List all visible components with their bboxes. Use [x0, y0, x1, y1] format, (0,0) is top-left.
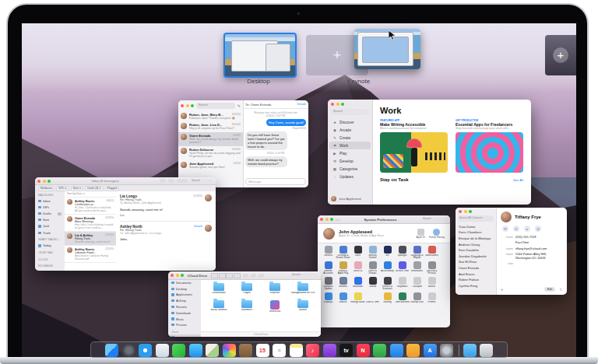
dock-app[interactable]	[105, 344, 118, 357]
search-input[interactable]: Search	[331, 109, 369, 115]
preference-pane[interactable]: Bluetooth	[350, 277, 365, 291]
traffic-lights[interactable]	[456, 208, 496, 215]
filter-button[interactable]: Sent ∨	[71, 186, 83, 191]
mailbox-item[interactable]: Sent	[35, 217, 65, 223]
preference-pane[interactable]: Displays	[321, 292, 336, 306]
filter-button[interactable]: Flagged	[105, 186, 119, 191]
folder-item[interactable]: GarageBand for iOS	[289, 283, 317, 298]
contact-row[interactable]: Ariel Evans	[456, 271, 496, 277]
folder-item[interactable]: Shortcuts	[261, 300, 289, 317]
contact-action-button[interactable]: ✆	[513, 226, 519, 232]
dock-app[interactable]: 15	[256, 344, 269, 357]
finder-sidebar-item[interactable]: AirDrop	[168, 298, 201, 304]
tags-icon[interactable]	[259, 274, 264, 278]
mail-list-row[interactable]: Owen Estrada 5/19/20 More Meetings Hey J…	[65, 215, 116, 232]
apple-id-pane[interactable]: Apple ID	[416, 229, 425, 239]
featured-card[interactable]: GET PRODUCTIVE Essential Apps for Freela…	[456, 119, 523, 173]
mailbox-item[interactable]: Inbox	[35, 198, 65, 204]
conversation-row[interactable]: Owen Estrada 6/3/20 Well, we could alway…	[178, 132, 243, 146]
add-contact-button[interactable]: +	[501, 287, 504, 292]
sidebar-item[interactable]: ↓ Updates	[329, 173, 371, 180]
contact-row[interactable]: Cynthia Feng	[456, 282, 496, 289]
preference-pane[interactable]: Mission Control	[365, 246, 380, 260]
preference-pane[interactable]: Touch ID	[350, 261, 365, 275]
traffic-lights[interactable]	[181, 104, 194, 107]
details-link[interactable]: Details	[194, 225, 202, 229]
conversation-row[interactable]: Ruben Delacruz 5/18/20 Yeah Philip, let …	[178, 146, 243, 160]
see-all-link[interactable]: See All	[513, 178, 523, 182]
preference-pane[interactable]: Trackpad	[410, 277, 424, 291]
mail-list-row[interactable]: Lia & Ashley 5/19/20 Hiking Trails Sound…	[65, 232, 116, 246]
space-thumbnail-desktop[interactable]	[223, 33, 297, 78]
dock-app[interactable]	[440, 344, 453, 357]
imessage-input[interactable]: iMessage	[245, 178, 306, 185]
preference-pane[interactable]: Sound	[365, 277, 380, 291]
reply-icons[interactable]	[177, 179, 188, 183]
folder-item[interactable]: iMovie	[289, 300, 317, 317]
dock-app[interactable]	[390, 344, 403, 357]
search-input[interactable]: Search All Contacts	[458, 215, 494, 222]
finder-sidebar-item[interactable]: Applications	[168, 292, 201, 298]
conversation-row[interactable]: Ruben, Jane, Mary B... 3/20/20 Fabulous …	[178, 111, 243, 121]
get-mail-icon[interactable]	[160, 179, 166, 183]
dock-app[interactable]	[239, 344, 252, 357]
dock-app[interactable]: ≡	[273, 344, 286, 357]
preference-pane[interactable]: Sharing	[380, 292, 395, 306]
field-value[interactable]: tiffany.frye@icloud.com	[515, 247, 547, 251]
conversation-row[interactable]: Ruben, Jane, Lisa D... 3/20/20 Hey y'all…	[178, 121, 243, 131]
finder-sidebar-item[interactable]: Desktop	[168, 285, 201, 292]
contact-row[interactable]: Andrew Chang	[456, 241, 496, 247]
finder-window[interactable]: iCloud Drive Search Documents Desktop	[168, 271, 321, 337]
details-link[interactable]: Details	[297, 103, 306, 106]
contact-row[interactable]: Kerri Daudelin	[456, 247, 496, 254]
search-input[interactable]: Search	[290, 273, 318, 278]
finder-sidebar-item[interactable]: iCloud	[168, 328, 201, 334]
preference-pane[interactable]: Dock	[350, 246, 365, 260]
sort-header[interactable]: Sort by Date ∨	[65, 191, 116, 198]
preference-pane[interactable]: Date & Time	[365, 292, 380, 306]
field-value[interactable]: 5544 Palmer Alley NW, Washington DC 2063…	[515, 253, 562, 261]
account-button[interactable]: Jane Appleseed	[331, 196, 361, 201]
dock-app[interactable]	[223, 344, 236, 357]
share-icon[interactable]: ⇪	[559, 288, 562, 292]
preference-pane[interactable]: Screen Time	[395, 261, 410, 275]
field-value[interactable]: FaceTime	[515, 241, 529, 245]
search-input[interactable]: Search	[421, 217, 448, 222]
finder-sidebar-item[interactable]: Music	[168, 316, 201, 322]
space-thumbnail-keynote[interactable]	[354, 29, 420, 69]
featured-card[interactable]: FEATURED APP Make Writing Accessible Mee…	[380, 119, 448, 173]
preference-pane[interactable]: Network	[336, 277, 350, 291]
contact-row[interactable]: Sue El-Khan	[456, 259, 496, 265]
preference-pane[interactable]: General	[321, 246, 336, 260]
sidebar-item[interactable]: ▦ Categories	[329, 165, 371, 173]
dock-app[interactable]: tv	[339, 344, 353, 357]
back-forward-buttons[interactable]: ‹ ›	[336, 217, 339, 222]
preference-pane[interactable]: Siri	[380, 246, 395, 260]
contact-row[interactable]: Yuza Damo	[456, 224, 496, 230]
view-controls[interactable]	[211, 273, 241, 278]
dock-app[interactable]	[480, 344, 493, 357]
mailbox-item[interactable]: Today	[35, 243, 65, 249]
finder-sidebar-item[interactable]: Pictures	[168, 322, 201, 328]
sidebar-item[interactable]: ◉ Arcade	[329, 126, 371, 134]
dock-app[interactable]: N	[357, 344, 370, 357]
dock-app[interactable]	[323, 344, 336, 357]
mailbox-item[interactable]: VIPs	[35, 204, 65, 210]
mailbox-item[interactable]: Exchange	[35, 262, 65, 269]
dock-app[interactable]	[156, 344, 169, 357]
mailbox-item[interactable]: On My Mac	[35, 249, 65, 256]
preference-pane[interactable]: Energy Saver	[350, 292, 365, 306]
dock-app[interactable]	[406, 344, 420, 357]
dock-app[interactable]	[290, 344, 303, 357]
search-input[interactable]: Search	[190, 179, 213, 183]
mail-window[interactable]: Inbox (8 messages) Search Mailboxes VIPs…	[35, 177, 216, 271]
finder-sidebar-item[interactable]: iCloud Drive	[168, 334, 201, 337]
filter-button[interactable]: VIPs ∨	[56, 186, 69, 191]
preference-pane[interactable]: Software Update	[321, 277, 336, 291]
mailbox-item[interactable]: Junk	[35, 223, 65, 229]
contact-row[interactable]: Enrique de la Montoya	[456, 236, 496, 242]
contact-row[interactable]: Robert Fabian	[456, 277, 496, 283]
sidebar-item[interactable]: ✎ Create	[329, 134, 371, 142]
traffic-lights[interactable]	[37, 180, 51, 183]
preference-pane[interactable]: Wallet & Apple Pay	[336, 261, 350, 275]
